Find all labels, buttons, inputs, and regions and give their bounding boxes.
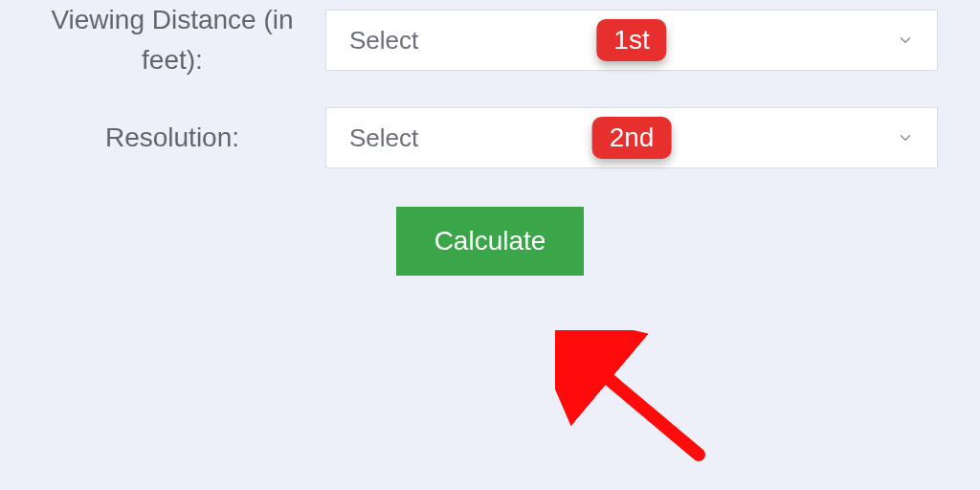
viewing-distance-label: Viewing Distance (in feet): <box>0 0 325 80</box>
resolution-select[interactable]: Select <box>325 107 938 168</box>
resolution-placeholder: Select <box>349 123 418 153</box>
row-resolution: Resolution: Select 2nd <box>0 107 980 168</box>
svg-line-1 <box>579 354 699 455</box>
viewing-distance-placeholder: Select <box>349 26 418 56</box>
calculate-button[interactable]: Calculate <box>396 207 585 276</box>
row-viewing-distance: Viewing Distance (in feet): Select 1st <box>0 0 980 80</box>
viewing-distance-select-wrap: Select 1st <box>325 10 938 71</box>
viewing-distance-select[interactable]: Select <box>325 10 938 71</box>
chevron-down-icon <box>897 32 914 49</box>
button-row: Calculate <box>0 207 980 276</box>
chevron-down-icon <box>897 129 914 146</box>
resolution-select-wrap: Select 2nd <box>325 107 938 168</box>
annotation-arrow <box>555 330 727 478</box>
resolution-label: Resolution: <box>0 118 325 158</box>
